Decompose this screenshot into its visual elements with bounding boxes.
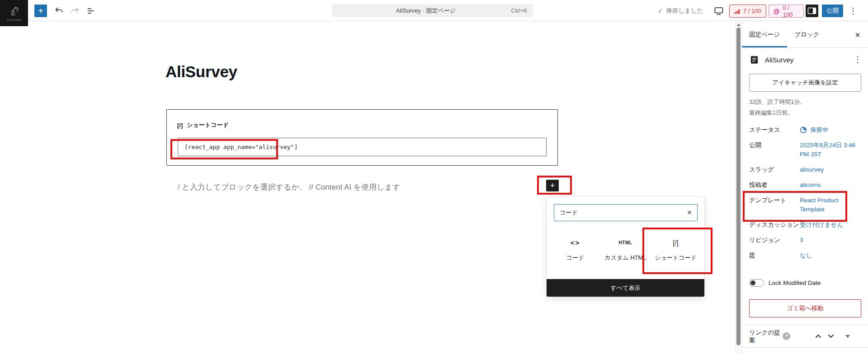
readability-score-badge[interactable]: @ 0 / 100	[769, 5, 804, 18]
publish-date-link[interactable]: 2025年9月24日 3:46 PM JST	[800, 141, 861, 159]
inline-block-inserter-button[interactable]: +	[546, 180, 559, 191]
field-row-parent: 親 なし	[749, 251, 861, 260]
seo-score-label: 7 / 100	[743, 8, 761, 14]
seo-score-badge[interactable]: 7 / 100	[729, 5, 766, 18]
field-row-discussion: ディスカッション 受け付けません	[749, 220, 861, 229]
field-row-slug: スラッグ alisurvey	[749, 165, 861, 174]
browse-all-button[interactable]: すべて表示	[547, 279, 704, 297]
chevron-up-icon	[815, 334, 821, 338]
block-search-input[interactable]: コード ×	[554, 204, 698, 221]
canvas-scrollbar[interactable]	[735, 22, 741, 354]
page-options-button[interactable]: ⋮	[852, 54, 863, 65]
wordpress-block-editor: AliSurvey · 固定ページ Ctrl+K + ✓ 保存しました 7 / …	[0, 0, 868, 354]
document-title-breadcrumb: AliSurvey · 固定ページ	[396, 7, 469, 15]
block-item-code[interactable]: <> コード	[550, 237, 600, 262]
link-suggestions-panel: リンクの提案 ?	[742, 325, 868, 348]
tab-block[interactable]: ブロック	[787, 22, 826, 47]
field-label: 投稿者	[749, 181, 800, 190]
set-featured-image-button[interactable]: アイキャッチ画像を設定	[749, 74, 861, 92]
move-to-trash-button[interactable]: ゴミ箱へ移動	[749, 299, 861, 317]
template-link[interactable]: React Product Template	[800, 196, 861, 214]
redo-button[interactable]	[69, 5, 80, 16]
check-icon: ✓	[658, 7, 663, 14]
field-row-revisions: リビジョン 3	[749, 236, 861, 245]
shortcode-block: [/] ショートコード [react_app app_name="alisurv…	[166, 109, 558, 166]
field-label: ディスカッション	[749, 220, 800, 229]
field-row-template: テンプレート React Product Template	[749, 196, 861, 214]
parent-link[interactable]: なし	[800, 251, 861, 260]
field-label: ステータス	[749, 126, 800, 135]
document-summary-row: AliSurvey ⋮	[742, 48, 868, 71]
readability-at-icon: @	[774, 8, 780, 15]
chevron-down-icon	[828, 334, 834, 338]
field-label: スラッグ	[749, 165, 800, 174]
saved-status[interactable]: ✓ 保存しました	[658, 7, 703, 15]
seo-graph-icon	[734, 8, 740, 14]
scrollbar-thumb[interactable]	[736, 28, 741, 345]
toggle-knob	[750, 280, 755, 285]
logo-text: ALICORN	[7, 19, 21, 21]
settings-sidebar-toggle[interactable]	[806, 5, 818, 17]
panel-move-down-button[interactable]	[825, 330, 837, 343]
revisions-link[interactable]: 3	[800, 236, 861, 245]
unicorn-logo-icon	[8, 5, 20, 18]
block-results-row: <> コード HTML カスタム HTML [/] ショートコード	[550, 237, 701, 262]
block-inserter-toggle-button[interactable]: +	[34, 5, 47, 17]
lock-modified-date-toggle[interactable]	[749, 279, 764, 287]
block-search-value: コード	[560, 209, 578, 217]
html-block-icon: HTML	[619, 238, 632, 247]
code-block-icon: <>	[571, 238, 580, 247]
sidebar-tabs: 固定ページ ブロック ×	[742, 22, 868, 48]
field-label: 親	[749, 251, 800, 260]
preview-button[interactable]	[713, 5, 725, 17]
pending-status-icon	[800, 126, 807, 134]
monitor-icon	[713, 5, 724, 16]
field-label: 公開	[749, 141, 800, 159]
slug-link[interactable]: alisurvey	[800, 165, 861, 174]
shortcode-block-header: [/] ショートコード	[177, 121, 229, 129]
shortcode-input[interactable]: [react_app app_name="alisurvey"]	[178, 138, 547, 156]
command-center-bar[interactable]: AliSurvey · 固定ページ Ctrl+K	[332, 4, 533, 17]
page-icon	[749, 55, 760, 65]
status-link[interactable]: 保留中	[800, 126, 861, 135]
author-link[interactable]: alicorns	[800, 181, 861, 190]
close-sidebar-icon[interactable]: ×	[852, 29, 863, 41]
scrollbar-up-arrow-icon[interactable]	[737, 23, 741, 26]
block-item-label: ショートコード	[655, 254, 697, 262]
field-label: リビジョン	[749, 236, 800, 245]
block-inserter-popup: コード × <> コード HTML カスタム HTML [/] ショートコード …	[546, 196, 705, 297]
readability-score-label: 0 / 100	[783, 5, 799, 18]
block-item-shortcode[interactable]: [/] ショートコード	[651, 237, 701, 262]
publish-button[interactable]: 公開	[822, 5, 843, 17]
clear-search-icon[interactable]: ×	[687, 208, 692, 217]
help-icon[interactable]: ?	[783, 332, 790, 340]
shortcode-block-label: ショートコード	[187, 121, 229, 129]
lock-modified-date-row: Lock Modified Date	[749, 279, 821, 287]
sidebar-panel-icon	[807, 5, 817, 16]
command-shortcut-hint: Ctrl+K	[511, 7, 528, 14]
page-settings-fields: ステータス 保留中 公開 2025年9月24日 3:46 PM JST スラッグ…	[742, 126, 868, 266]
shortcode-block-icon: [/]	[673, 238, 679, 247]
last-edited: 最終編集1日前。	[749, 107, 861, 118]
undo-button[interactable]	[53, 5, 65, 16]
lock-modified-date-label: Lock Modified Date	[769, 279, 821, 286]
block-item-label: カスタム HTML	[604, 254, 646, 262]
post-title[interactable]: AliSurvey	[165, 63, 237, 81]
kebab-icon: ⋮	[854, 56, 862, 64]
kebab-icon: ⋮	[849, 7, 857, 15]
list-view-button[interactable]	[85, 5, 97, 16]
site-logo-button[interactable]: ALICORN	[0, 0, 28, 26]
block-item-label: コード	[566, 254, 585, 262]
paragraph-placeholder[interactable]: / と入力してブロックを選択するか、 // Content AI を使用します	[178, 182, 400, 192]
discussion-link[interactable]: 受け付けません	[800, 220, 861, 229]
panel-dropdown-icon[interactable]	[845, 335, 850, 338]
sidebar-doc-title: AliSurvey	[765, 56, 793, 64]
redo-icon	[69, 5, 80, 16]
tab-page[interactable]: 固定ページ	[742, 22, 787, 47]
shortcode-icon: [/]	[177, 122, 183, 129]
panel-move-up-button[interactable]	[812, 330, 825, 343]
block-item-custom-html[interactable]: HTML カスタム HTML	[600, 237, 651, 262]
word-count: 32語、読了時間1分。	[749, 97, 861, 107]
field-label: テンプレート	[749, 196, 800, 214]
options-menu-button[interactable]: ⋮	[847, 5, 859, 17]
